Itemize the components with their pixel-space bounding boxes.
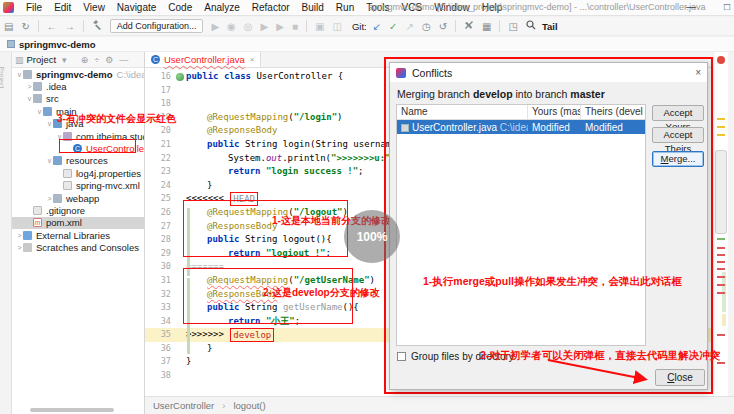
git-commit-icon[interactable]: ✓ [389, 21, 397, 32]
main-toolbar: ▤ ↻ ← → Add Configuration... ▶ ◉ ◎ ▶ ▶ ■… [0, 17, 734, 36]
project-panel: ▥ Project ▾ ⊕ ÷ ⚙ — vspringmvc-demoC:\id… [12, 52, 145, 414]
menu-edit[interactable]: Edit [48, 2, 77, 13]
tree-item-log4j-properties[interactable]: log4j.properties [12, 167, 144, 179]
menu-navigate[interactable]: Navigate [111, 2, 162, 13]
folder-icon [33, 82, 42, 91]
locate-icon[interactable]: ⊕ [81, 55, 89, 65]
close-button[interactable]: Close [655, 369, 705, 386]
menu-build[interactable]: Build [296, 2, 330, 13]
coverage-icon[interactable]: ◎ [244, 21, 253, 32]
search-everywhere-icon[interactable] [526, 20, 536, 32]
controller-class-icon[interactable] [176, 73, 184, 81]
hide-panel-icon[interactable]: — [119, 55, 128, 65]
merge-button[interactable]: Merge... [652, 151, 704, 167]
scratch-icon [23, 243, 32, 252]
tree-item-src[interactable]: vsrc [12, 93, 144, 105]
git-update-icon[interactable]: ↙ [373, 21, 381, 32]
tree-item-resources[interactable]: vresources [12, 155, 144, 167]
panel-settings-gear-icon[interactable]: ⚙ [105, 55, 113, 65]
annotation-editor-note2: 2-这是develop分支的修改 [263, 286, 380, 300]
tree-item-external-libraries[interactable]: >External Libraries [12, 229, 144, 241]
build-hammer-icon[interactable] [92, 20, 102, 32]
navigation-bar: springmvc-demo [0, 37, 734, 52]
stop-icon[interactable]: ■ [292, 21, 298, 32]
debug-icon[interactable]: ◉ [227, 21, 236, 32]
left-tool-stripe: Project [0, 52, 12, 414]
editor-scrollbar-stripe[interactable] [713, 52, 728, 396]
collapse-all-icon[interactable]: ÷ [94, 55, 99, 65]
tree-item-webapp[interactable]: >webapp [12, 192, 144, 204]
file-icon [33, 206, 42, 215]
run-icon[interactable]: ▶ [211, 21, 219, 32]
back-icon[interactable]: ← [47, 21, 57, 32]
dialog-close-icon[interactable]: × [695, 67, 701, 78]
src-icon [43, 107, 52, 116]
project-view-chevron-icon[interactable]: ▾ [62, 55, 67, 65]
minimize-button[interactable]: — [686, 1, 696, 12]
forward-icon[interactable]: → [65, 21, 75, 32]
accept-theirs-button[interactable]: Accept Theirs [652, 127, 704, 143]
project-panel-header: ▥ Project ▾ ⊕ ÷ ⚙ — [12, 52, 144, 68]
maximize-button[interactable]: □ [724, 1, 730, 12]
file-icon [63, 181, 72, 190]
menu-analyze[interactable]: Analyze [198, 2, 246, 13]
git-push-icon[interactable]: ↗ [406, 21, 414, 32]
maven-icon: m [33, 218, 42, 227]
profiler-icon[interactable]: ▶ [261, 21, 269, 32]
folder-icon [33, 94, 42, 103]
menu-refactor[interactable]: Refactor [246, 2, 296, 13]
project-structure-icon[interactable]: ▦ [482, 21, 491, 32]
git-label: Git: [352, 21, 367, 32]
tool-stripe-label[interactable]: Project [0, 67, 5, 89]
table-row[interactable]: UserController.java C:\idea_proje Modifi… [397, 120, 645, 134]
tab-usercontroller[interactable]: C UserController.java × [145, 52, 261, 67]
window-titlebar: FileEditViewNavigateCodeAnalyzeRefactorB… [0, 0, 734, 16]
folder-icon [53, 194, 62, 203]
tree-item-scratches-and-consoles[interactable]: >Scratches and Consoles [12, 241, 144, 253]
lib-icon [23, 231, 32, 240]
project-panel-scrollbar[interactable] [30, 408, 114, 412]
tree-item-springmvc-demo[interactable]: vspringmvc-demoC:\idea_project [12, 68, 144, 80]
tree-item--idea[interactable]: >.idea [12, 80, 144, 92]
sync-icon[interactable]: ↻ [21, 21, 29, 32]
breadcrumb-separator: › [222, 400, 225, 411]
checkbox-icon[interactable] [397, 352, 406, 361]
scrollbar-thumb[interactable] [715, 150, 727, 234]
breadcrumb-class[interactable]: UserController [153, 400, 214, 411]
history-icon[interactable]: ◷ [422, 21, 431, 32]
attach-icon[interactable]: ▣ [315, 21, 324, 32]
error-indicator-icon[interactable] [717, 56, 725, 64]
wrench-icon[interactable] [464, 20, 474, 32]
tail-plugin-label[interactable]: Tail [542, 21, 558, 32]
menu-code[interactable]: Code [162, 2, 198, 13]
tree-item-pom-xml[interactable]: mpom.xml [12, 217, 144, 229]
run-configuration-select[interactable]: Add Configuration... [110, 19, 204, 33]
annotation-box-head-block [183, 200, 348, 257]
menu-file[interactable]: File [20, 2, 48, 13]
conflicts-dialog: Conflicts × Merging branch develop into … [389, 62, 708, 390]
run2-icon[interactable]: ▶ [276, 21, 284, 32]
class-icon: C [151, 55, 160, 64]
annotation-tree-note: 3-有冲突的文件会显示红色 [57, 112, 176, 126]
tab-close-icon[interactable]: × [250, 55, 255, 64]
restore-layout-icon[interactable]: ◳ [508, 21, 517, 32]
tree-item--gitignore[interactable]: .gitignore [12, 204, 144, 216]
project-tree: vspringmvc-demoC:\idea_project>.ideavsrc… [12, 68, 144, 254]
menu-run[interactable]: Run [330, 2, 360, 13]
conflicts-table[interactable]: Name Yours (master) Theirs (develop) Use… [396, 104, 646, 346]
project-view-icon: ▥ [15, 55, 24, 65]
menu-view[interactable]: View [77, 2, 111, 13]
breadcrumb-project[interactable]: springmvc-demo [19, 39, 96, 50]
project-panel-title[interactable]: Project [27, 54, 57, 65]
file-icon [401, 124, 409, 132]
save-icon[interactable]: ▤ [4, 21, 13, 32]
breadcrumb-method[interactable]: logout() [233, 400, 265, 411]
dialog-titlebar[interactable]: Conflicts × [390, 63, 707, 82]
accept-yours-button[interactable]: Accept Yours [652, 105, 704, 121]
rollback-icon[interactable]: ↺ [439, 21, 447, 32]
dialog-message: Merging branch develop into branch maste… [397, 88, 707, 100]
annotation-dialog-note1: 1-执行merge或pull操作如果发生冲突，会弹出此对话框 [423, 275, 682, 289]
dialog-title: Conflicts [412, 67, 452, 79]
dump-icon[interactable]: ◫ [332, 21, 341, 32]
tree-item-spring-mvc-xml[interactable]: spring-mvc.xml [12, 180, 144, 192]
